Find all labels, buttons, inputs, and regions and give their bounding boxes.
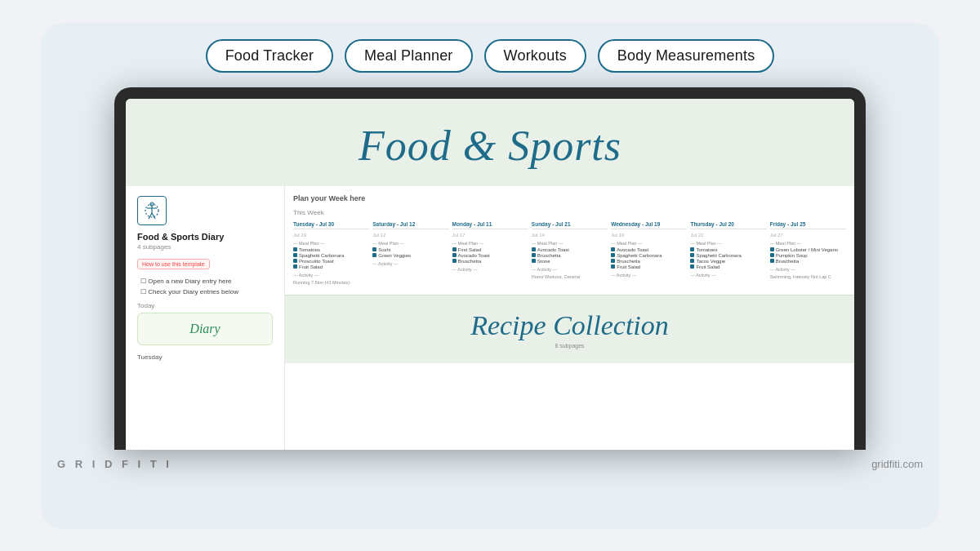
day-food-label-1: --- Meal Plan --- <box>372 241 448 246</box>
day-header-0: Tuesday - Jul 30 <box>293 221 369 229</box>
tags-row: Food Tracker Meal Planner Workouts Body … <box>206 39 775 73</box>
screen-header: Food & Sports <box>126 99 854 186</box>
day-item-4-3: Fruit Salad <box>611 264 687 269</box>
day-food-label-2: --- Meal Plan --- <box>452 241 528 246</box>
sidebar-section: Today <box>137 302 273 309</box>
day-item-2-2: Bruschetta <box>452 259 528 264</box>
screen-title: Food & Sports <box>126 122 854 170</box>
sidebar-item-2: Check your Diary entries below <box>137 288 273 295</box>
day-sub-5: Jul 22 <box>690 233 766 238</box>
tag-food-tracker[interactable]: Food Tracker <box>206 39 333 73</box>
brand-right: gridfiti.com <box>871 458 923 470</box>
day-food-label-5: --- Meal Plan --- <box>690 241 766 246</box>
tag-meal-planner[interactable]: Meal Planner <box>345 39 472 73</box>
day-activity-6: Swimming, Intensity Not Lap C <box>770 274 846 279</box>
laptop-wrapper: Food & Sports <box>114 87 866 450</box>
svg-line-4 <box>152 213 155 219</box>
day-col-2: Monday - Jul 11 Jul 17 --- Meal Plan ---… <box>452 221 528 285</box>
day-sub-6: Jul 27 <box>770 233 846 238</box>
laptop-screen: Food & Sports <box>126 99 854 450</box>
day-sub-3: Jul 14 <box>532 233 608 238</box>
day-item-0-0: Tomatoes <box>293 247 369 252</box>
days-grid: Tuesday - Jul 30 Jul 29 --- Meal Plan --… <box>293 221 846 285</box>
day-act-label-6: --- Activity --- <box>770 267 846 272</box>
day-act-label-4: --- Activity --- <box>611 273 687 278</box>
day-food-label-6: --- Meal Plan --- <box>770 241 846 246</box>
tag-body-measurements[interactable]: Body Measurements <box>598 39 774 73</box>
day-act-label-3: --- Activity --- <box>532 267 608 272</box>
day-sub-0: Jul 29 <box>293 233 369 238</box>
day-item-5-0: Tomatoes <box>690 247 766 252</box>
main-container: Food Tracker Meal Planner Workouts Body … <box>41 23 939 529</box>
day-activity-0: Running 7.5km (43 Minutes) <box>293 280 369 285</box>
sidebar-links: How to use this template <box>137 259 273 269</box>
day-header-4: Wednesday - Jul 19 <box>611 221 687 229</box>
day-item-0-3: Fruit Salad <box>293 264 369 269</box>
day-act-label-0: --- Activity --- <box>293 273 369 278</box>
day-item-2-1: Avocado Toast <box>452 253 528 258</box>
day-item-4-0: Avocado Toast <box>611 247 687 252</box>
day-item-1-0: Sushi <box>372 247 448 252</box>
day-item-6-2: Bruschetta <box>770 259 846 264</box>
day-col-0: Tuesday - Jul 30 Jul 29 --- Meal Plan --… <box>293 221 369 285</box>
day-item-1-1: Green Veggies <box>372 253 448 258</box>
day-col-5: Thursday - Jul 20 Jul 22 --- Meal Plan -… <box>690 221 766 285</box>
day-header-6: Friday - Jul 25 <box>770 221 846 229</box>
day-col-1: Saturday - Jul 12 Jul 12 --- Meal Plan -… <box>372 221 448 285</box>
day-item-3-0: Avocado Toast <box>532 247 608 252</box>
day-item-6-0: Green Lobster / Mini Vegano <box>770 247 846 252</box>
tag-workouts[interactable]: Workouts <box>484 39 586 73</box>
day-item-6-1: Pumpkin Soup <box>770 253 846 258</box>
sidebar-diary-title: Food & Sports Diary <box>137 232 273 242</box>
main-content: Plan your Week here This Week Tuesday - … <box>285 186 854 450</box>
svg-line-3 <box>149 213 152 219</box>
sidebar-diary-box: Diary <box>137 313 273 345</box>
recipe-subtitle: 8 subpages <box>300 343 840 349</box>
day-activity-3: Home Workout, General <box>532 274 608 279</box>
day-food-label-3: --- Meal Plan --- <box>532 241 608 246</box>
day-item-2-0: First Salad <box>452 247 528 252</box>
day-act-label-5: --- Activity --- <box>690 273 766 278</box>
day-item-4-1: Spaghetti Carbonara <box>611 253 687 258</box>
brand-left: G R I D F I T I <box>57 458 172 470</box>
day-item-4-2: Bruschetta <box>611 259 687 264</box>
day-header-2: Monday - Jul 11 <box>452 221 528 229</box>
sidebar-diary-label: Diary <box>146 322 264 336</box>
screen-body: Food & Sports Diary 4 subpages How to us… <box>126 186 854 450</box>
day-food-label-0: --- Meal Plan --- <box>293 241 369 246</box>
recipe-title: Recipe Collection <box>300 310 840 341</box>
day-sub-4: Jul 19 <box>611 233 687 238</box>
sidebar: Food & Sports Diary 4 subpages How to us… <box>126 186 285 450</box>
bottom-bar: G R I D F I T I gridfiti.com <box>41 450 939 478</box>
day-item-5-1: Spaghetti Carbonara <box>690 253 766 258</box>
this-week-label: This Week <box>293 209 846 216</box>
day-header-3: Sunday - Jul 21 <box>532 221 608 229</box>
day-item-3-1: Bruschetta <box>532 253 608 258</box>
day-col-3: Sunday - Jul 21 Jul 14 --- Meal Plan ---… <box>532 221 608 285</box>
laptop-frame: Food & Sports <box>114 87 866 450</box>
sidebar-logo <box>137 196 167 225</box>
day-sub-2: Jul 17 <box>452 233 528 238</box>
sidebar-subtitle: 4 subpages <box>137 243 273 251</box>
day-act-label-2: --- Activity --- <box>452 267 528 272</box>
sidebar-link-1[interactable]: How to use this template <box>137 259 210 269</box>
plan-header: Plan your Week here <box>293 194 846 202</box>
day-header-1: Saturday - Jul 12 <box>372 221 448 229</box>
day-header-5: Thursday - Jul 20 <box>690 221 766 229</box>
day-item-0-2: Proscuitto Toast <box>293 259 369 264</box>
sidebar-item-1: Open a new Diary entry here <box>137 278 273 285</box>
day-col-4: Wednesday - Jul 19 Jul 19 --- Meal Plan … <box>611 221 687 285</box>
day-item-0-1: Spaghetti Carbonara <box>293 253 369 258</box>
day-sub-1: Jul 12 <box>372 233 448 238</box>
day-food-label-4: --- Meal Plan --- <box>611 241 687 246</box>
day-act-label-1: --- Activity --- <box>372 261 448 266</box>
sidebar-tuesday: Tuesday <box>137 353 273 361</box>
recipe-section: Recipe Collection 8 subpages <box>285 295 854 363</box>
day-col-6: Friday - Jul 25 Jul 27 --- Meal Plan ---… <box>770 221 846 285</box>
day-item-5-2: Tacos Veggie <box>690 259 766 264</box>
day-item-3-2: Stone <box>532 259 608 264</box>
day-item-5-3: Fruit Salad <box>690 264 766 269</box>
